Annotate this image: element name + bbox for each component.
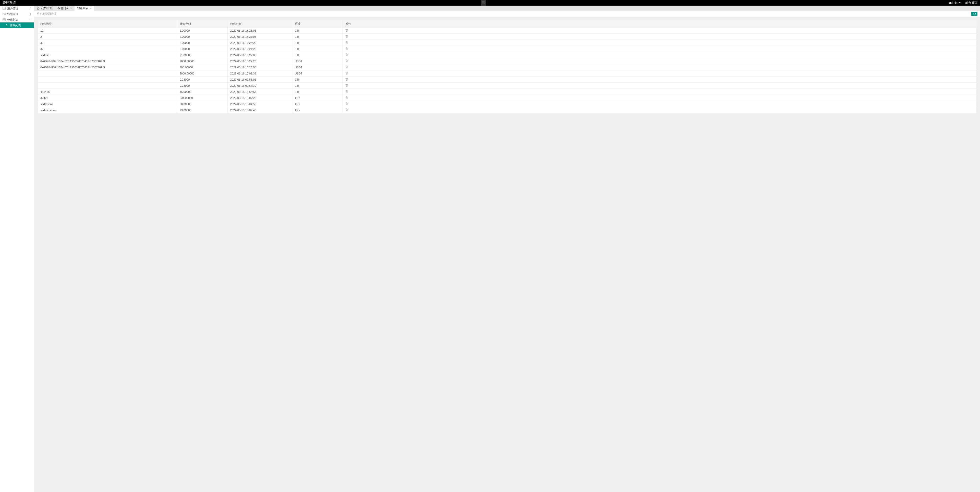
svg-point-1 bbox=[4, 8, 5, 9]
cell-time: 2022-03-16 18:26:05 bbox=[228, 34, 292, 40]
cell-time: 2022-03-15 13:54:53 bbox=[228, 89, 292, 95]
user-dropdown[interactable]: admin bbox=[949, 1, 961, 5]
close-icon[interactable]: × bbox=[70, 6, 72, 10]
toolbar: 用户助记词管理 bbox=[34, 11, 980, 17]
cell-address: 32 bbox=[38, 40, 177, 46]
table-row: 121.000002022-03-16 18:28:06ETH bbox=[38, 27, 977, 34]
sidebar-subitem-transfer-list[interactable]: 转账列表 bbox=[0, 22, 34, 28]
svg-rect-3 bbox=[5, 14, 5, 14]
trash-icon bbox=[345, 78, 348, 81]
trash-icon bbox=[345, 47, 348, 50]
cell-address bbox=[38, 70, 177, 76]
delete-button[interactable] bbox=[345, 90, 348, 94]
sidebar-item-transfer-list[interactable]: 转账列表 bbox=[0, 17, 34, 22]
delete-button[interactable] bbox=[345, 72, 348, 75]
frontend-link[interactable]: 前台首页 bbox=[965, 1, 977, 5]
cell-address: sadasdsasss bbox=[38, 107, 177, 113]
tab-item[interactable]: 钱包列表× bbox=[55, 6, 75, 11]
cell-time: 2022-03-16 18:24:20 bbox=[228, 46, 292, 52]
trash-icon bbox=[345, 65, 348, 68]
delete-button[interactable] bbox=[345, 66, 348, 69]
table-row: sadasdsasss23.000002022-03-15 13:02:46TR… bbox=[38, 107, 977, 113]
chevron-down-icon bbox=[959, 2, 961, 3]
sidebar: 用户管理 钱包管理 转账列表 转账列表 bbox=[0, 6, 34, 492]
cell-op bbox=[342, 64, 977, 70]
delete-button[interactable] bbox=[345, 29, 348, 32]
column-header-amount: 转账金额 bbox=[177, 21, 228, 27]
cell-address: 456456 bbox=[38, 89, 177, 95]
cell-op bbox=[342, 89, 977, 95]
delete-button[interactable] bbox=[345, 48, 348, 51]
cell-amount: 0.23000 bbox=[177, 76, 228, 83]
delete-button[interactable] bbox=[345, 41, 348, 44]
chevron-left-icon bbox=[29, 13, 32, 15]
delete-button[interactable] bbox=[345, 60, 348, 63]
cell-amount: 2000.00000 bbox=[177, 70, 228, 76]
cell-address bbox=[38, 76, 177, 83]
cell-amount: 234.00000 bbox=[177, 95, 228, 101]
cell-time: 2022-03-16 10:09:33 bbox=[228, 70, 292, 76]
topbar: 管理系统 admin 前台首页 bbox=[0, 0, 980, 6]
cell-coin: TRX bbox=[292, 107, 342, 113]
cell-address bbox=[38, 83, 177, 89]
menu-toggle-button[interactable] bbox=[481, 0, 486, 6]
cell-time: 2022-03-16 18:22:08 bbox=[228, 52, 292, 58]
refresh-button[interactable] bbox=[971, 12, 977, 16]
cell-coin: ETH bbox=[292, 40, 342, 46]
cell-op bbox=[342, 83, 977, 89]
cell-coin: ETH bbox=[292, 76, 342, 83]
cell-op bbox=[342, 46, 977, 52]
list-icon bbox=[3, 18, 6, 21]
trash-icon bbox=[345, 53, 348, 56]
cell-amount: 45.00000 bbox=[177, 89, 228, 95]
cell-address: 32423 bbox=[38, 95, 177, 101]
cell-op bbox=[342, 70, 977, 76]
cell-address: 0x6D76d23Ef1074d761195037D70409df230740F… bbox=[38, 64, 177, 70]
delete-button[interactable] bbox=[345, 35, 348, 38]
cell-address: sadfasdas bbox=[38, 101, 177, 107]
wallet-icon bbox=[3, 13, 6, 16]
delete-button[interactable] bbox=[345, 103, 348, 106]
table-row: 45645645.000002022-03-15 13:54:53ETH bbox=[38, 89, 977, 95]
table-row: 32423234.000002022-03-15 13:07:22TRX bbox=[38, 95, 977, 101]
cell-address: 12 bbox=[38, 27, 177, 34]
close-icon[interactable]: × bbox=[90, 6, 92, 10]
trash-icon bbox=[345, 102, 348, 105]
tab-item[interactable]: 转账列表× bbox=[75, 6, 94, 11]
sidebar-subitem-label: 转账列表 bbox=[10, 24, 21, 27]
cell-amount: 21.00000 bbox=[177, 52, 228, 58]
cell-time: 2022-03-16 09:58:01 bbox=[228, 76, 292, 83]
trash-icon bbox=[345, 90, 348, 93]
cell-time: 2022-03-16 18:24:20 bbox=[228, 40, 292, 46]
sidebar-item-label: 用户管理 bbox=[7, 6, 29, 11]
cell-time: 2022-03-15 13:07:22 bbox=[228, 95, 292, 101]
sidebar-item-user-mgmt[interactable]: 用户管理 bbox=[0, 6, 34, 11]
cell-time: 2022-03-16 18:28:06 bbox=[228, 27, 292, 34]
tab-home[interactable]: 我的桌面 bbox=[34, 6, 55, 11]
home-icon bbox=[37, 7, 40, 10]
hamburger-icon bbox=[482, 2, 485, 4]
cell-coin: ETH bbox=[292, 52, 342, 58]
cell-address: sadasd bbox=[38, 52, 177, 58]
cell-coin: ETH bbox=[292, 34, 342, 40]
delete-button[interactable] bbox=[345, 78, 348, 81]
sidebar-item-wallet-mgmt[interactable]: 钱包管理 bbox=[0, 11, 34, 17]
cell-coin: ETH bbox=[292, 89, 342, 95]
cell-address: 32 bbox=[38, 46, 177, 52]
cell-time: 2022-03-15 13:02:46 bbox=[228, 107, 292, 113]
delete-button[interactable] bbox=[345, 109, 348, 112]
cell-amount: 100.00000 bbox=[177, 64, 228, 70]
delete-button[interactable] bbox=[345, 97, 348, 100]
cell-amount: 0.23000 bbox=[177, 83, 228, 89]
cell-op bbox=[342, 58, 977, 64]
cell-op bbox=[342, 107, 977, 113]
cell-amount: 2.00000 bbox=[177, 46, 228, 52]
cell-coin: USDT bbox=[292, 58, 342, 64]
table-row: 0.230002022-03-16 09:58:01ETH bbox=[38, 76, 977, 83]
delete-button[interactable] bbox=[345, 84, 348, 87]
cell-address: 2 bbox=[38, 34, 177, 40]
delete-button[interactable] bbox=[345, 54, 348, 57]
cell-op bbox=[342, 101, 977, 107]
cell-time: 2022-03-16 10:27:23 bbox=[228, 58, 292, 64]
cell-op bbox=[342, 34, 977, 40]
